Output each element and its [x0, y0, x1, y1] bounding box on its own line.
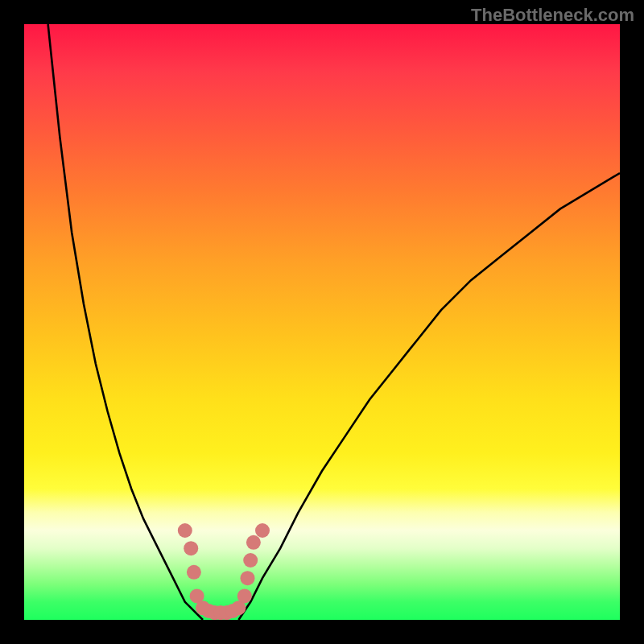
marker-dot	[237, 588, 252, 603]
marker-dot	[243, 553, 258, 568]
marker-dot	[255, 523, 270, 538]
bottom-markers-group	[178, 523, 270, 620]
watermark-text: TheBottleneck.com	[471, 5, 634, 26]
marker-dot	[246, 535, 261, 550]
plot-svg	[24, 24, 620, 620]
marker-dot	[184, 541, 198, 555]
marker-dot	[178, 523, 192, 538]
marker-dot	[187, 565, 201, 580]
right-curve	[238, 173, 620, 620]
marker-dot	[241, 571, 255, 585]
